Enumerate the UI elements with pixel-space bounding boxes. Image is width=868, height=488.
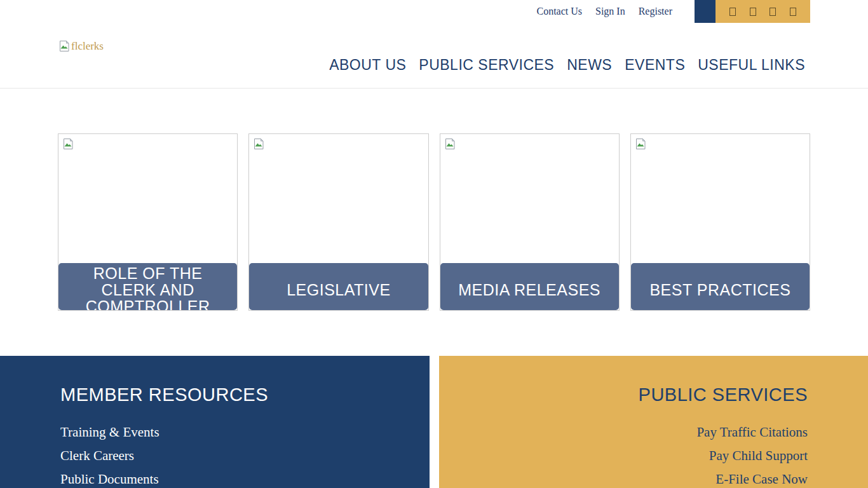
broken-image-icon [634,137,647,151]
top-utility-bar: Contact Us Sign In Register [0,0,868,23]
member-resources-title: MEMBER RESOURCES [60,384,430,405]
card-title-overlay[interactable]: ROLE OF THE CLERK AND COMPTROLLER [58,263,237,310]
nav-useful-links[interactable]: USEFUL LINKS [698,57,805,74]
main-navigation: ABOUT US PUBLIC SERVICES NEWS EVENTS USE… [329,57,805,74]
member-resources-links: Training & Events Clerk Careers Public D… [60,421,430,488]
search-button[interactable] [695,0,715,23]
contact-us-link[interactable]: Contact Us [536,6,582,17]
link-efile-case-now[interactable]: E-File Case Now [439,468,808,488]
link-pay-traffic-citations[interactable]: Pay Traffic Citations [439,421,808,444]
social-icon-placeholder-4-icon[interactable] [790,8,796,16]
link-public-documents[interactable]: Public Documents [60,468,430,488]
nav-about-us[interactable]: ABOUT US [329,57,406,74]
feature-cards-row: ROLE OF THE CLERK AND COMPTROLLER LEGISL… [58,133,810,311]
social-icon-placeholder-1-icon[interactable] [729,8,736,16]
register-link[interactable]: Register [639,6,672,17]
card-media-releases[interactable]: MEDIA RELEASES [440,133,620,311]
sign-in-link[interactable]: Sign In [595,6,625,17]
social-icon-placeholder-2-icon[interactable] [750,8,756,16]
nav-news[interactable]: NEWS [567,57,612,74]
member-resources-panel: MEMBER RESOURCES Training & Events Clerk… [0,356,430,488]
card-title-overlay[interactable]: MEDIA RELEASES [440,263,619,310]
nav-events[interactable]: EVENTS [625,57,685,74]
card-role-of-the-clerk[interactable]: ROLE OF THE CLERK AND COMPTROLLER [58,133,238,311]
bottom-panels: MEMBER RESOURCES Training & Events Clerk… [0,356,868,488]
broken-image-icon [444,137,456,151]
card-best-practices[interactable]: BEST PRACTICES [630,133,810,311]
card-title-overlay[interactable]: BEST PRACTICES [631,263,810,310]
logo-alt-text: flclerks [71,40,104,53]
link-training-events[interactable]: Training & Events [60,421,430,444]
broken-image-icon [62,137,74,151]
link-clerk-careers[interactable]: Clerk Careers [60,444,430,468]
broken-image-icon [58,40,71,53]
panel-divider [430,356,439,488]
card-legislative[interactable]: LEGISLATIVE [248,133,428,311]
link-pay-child-support[interactable]: Pay Child Support [439,444,808,468]
nav-public-services[interactable]: PUBLIC SERVICES [419,57,554,74]
site-header: flclerks ABOUT US PUBLIC SERVICES NEWS E… [0,23,868,89]
card-title-overlay[interactable]: LEGISLATIVE [249,263,428,310]
social-icon-placeholder-3-icon[interactable] [770,8,776,16]
public-services-title: PUBLIC SERVICES [439,384,808,405]
social-links-bar [715,0,810,23]
public-services-links: Pay Traffic Citations Pay Child Support … [439,421,808,488]
public-services-panel: PUBLIC SERVICES Pay Traffic Citations Pa… [439,356,868,488]
site-logo[interactable]: flclerks [58,40,104,53]
broken-image-icon [252,137,265,151]
